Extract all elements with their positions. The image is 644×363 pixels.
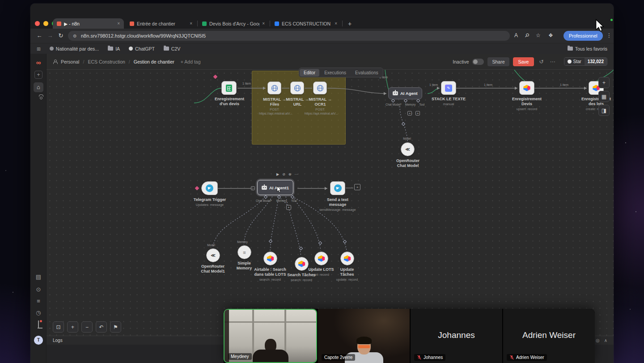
save-button[interactable]: Save [513,57,534,66]
node-ai-agent[interactable]: AI Agent [388,87,422,99]
video-tile-johannes[interactable]: Johannes Johannes [411,309,502,363]
node-mistral-url[interactable] [290,81,304,94]
url-text[interactable]: n8n.srv798012.hstgr.cloud/workflow/99Wrq… [81,33,206,38]
bookmark-star-icon[interactable]: ☆ [536,33,541,38]
github-star-widget[interactable]: Star 132,022 [564,57,608,66]
add-workflow-button[interactable]: + [34,71,42,79]
browser-menu-icon[interactable]: ⋮ [606,33,612,38]
n8n-sidebar: ∞ + ⌂ ▤ ⊙ ≡ ◷ T [30,54,47,363]
extensions-icon[interactable]: ❖ [548,33,553,38]
split-panel-button[interactable]: ◨ [598,105,610,116]
airtable-icon [344,255,351,262]
node-ai-agent1[interactable]: AI Agent1 [257,180,293,195]
close-window-button[interactable] [35,21,40,26]
browser-tab-airtable[interactable]: ECS CONSTRUCTION : Lots - × [271,18,341,29]
node-enregistrement-devis[interactable] [519,81,534,95]
disable-node-icon[interactable]: ⊘ [282,172,285,176]
close-tab-icon[interactable]: × [190,21,192,26]
browser-toolbar: ← → ↻ ⚙ n8n.srv798012.hstgr.cloud/workfl… [30,29,614,43]
browser-tab-n8n[interactable]: ▶ - n8n × [53,18,124,29]
node-airtable-search-lots[interactable] [263,252,277,265]
bookmark-folder-c2v[interactable]: C2V [164,46,180,51]
video-tile-capote-2verre[interactable]: Capote 2verre [318,309,410,363]
add-subnode-button[interactable]: + [407,111,412,115]
minimap-button[interactable]: ▦ [598,91,610,102]
close-tab-icon[interactable]: × [262,21,265,26]
workflow-menu-icon[interactable]: ⋯ [549,59,557,65]
workflow-title[interactable]: Gestion de chantier [134,59,174,64]
node-mistral-ocr1[interactable] [313,81,327,94]
add-subnode-button[interactable]: + [286,205,291,210]
zoom-out-button[interactable]: − [81,321,93,333]
node-update-taches[interactable] [340,252,354,265]
node-openrouter-chat-model1[interactable]: ≪ [206,248,220,262]
video-tile-adrien-weiser[interactable]: Adrien Weiser Adrien Weiser [503,309,595,363]
browser-tab-entree-de-chantier[interactable]: Entrée de chantier × [126,18,196,29]
site-info-icon[interactable]: ⚙ [73,34,77,38]
airtable-icon [523,85,530,91]
notifications-bell-icon[interactable] [30,321,47,327]
tidy-up-button[interactable]: ⚑ [110,321,121,333]
sidebar-item-templates[interactable]: ▤ [30,274,47,280]
apps-grid-icon[interactable]: ⊞ [37,46,41,51]
input-connector[interactable] [251,186,255,190]
close-tab-icon[interactable]: × [335,21,337,26]
node-telegram-trigger[interactable] [201,181,218,195]
add-node-icon[interactable]: ⊕ [288,172,292,176]
undo-button[interactable]: ↶ [96,321,107,333]
minimize-window-button[interactable] [43,21,48,26]
node-enregistrement-dun-devis[interactable] [221,81,237,95]
sidebar-item-overview[interactable]: ⌂ [34,82,43,92]
n8n-logo-icon[interactable]: ∞ [30,59,47,66]
run-node-icon[interactable]: ▶ [276,172,279,176]
video-tile-meydeey[interactable]: Meydeey [224,309,317,363]
bookmark-label: C2V [171,46,180,51]
browser-tab-google-sheets[interactable]: Devis Bois d'Arcy - Google S × [198,18,269,29]
share-button[interactable]: Share [487,57,509,66]
address-bar[interactable]: ⚙ n8n.srv798012.hstgr.cloud/workflow/99W… [68,31,510,41]
add-subnode-button[interactable]: + [415,111,420,115]
all-bookmarks-button[interactable]: Tous les favoris [568,46,607,51]
close-tab-icon[interactable]: × [117,21,120,26]
node-label: Enregistrement d'un devis [211,97,248,107]
active-toggle[interactable] [472,59,484,65]
sidebar-item-insights[interactable]: ≡ [30,298,47,304]
breadcrumb-personal[interactable]: Personal [61,59,79,64]
node-search-taches[interactable] [295,257,309,271]
breadcrumb-project[interactable]: ECS Construction [88,59,125,64]
reload-icon[interactable]: ↻ [56,32,65,39]
tab-executions[interactable]: Executions [320,69,350,77]
node-more-icon[interactable]: ⋯ [295,172,298,176]
logs-pin-icon[interactable]: ◎ [596,338,600,343]
canvas-add-button[interactable]: + [598,77,610,88]
sidebar-item-variables[interactable]: ⊙ [30,286,47,292]
add-tag-button[interactable]: + Add tag [181,59,201,64]
fit-view-button[interactable]: ⊡ [53,321,64,333]
new-tab-button[interactable]: + [345,20,354,29]
workflow-canvas[interactable]: 1 item 1 item 1 item 1 item 1 item Enreg… [47,70,614,336]
node-simple-memory[interactable]: ≡ [237,245,251,259]
translate-icon[interactable]: A [514,33,518,38]
tab-evaluations[interactable]: Evaluations [351,69,382,77]
bookmark-folder-ia[interactable]: IA [108,46,120,51]
history-icon[interactable]: ↺ [538,59,545,65]
bookmark-item-chatgpt[interactable]: ChatGPT [129,46,155,51]
node-update-lots[interactable] [314,252,328,265]
node-stack-le-texte[interactable]: ✎ [441,81,456,95]
inactive-label: Inactive [453,59,469,64]
bookmark-item[interactable]: Nationalité par des... [50,46,99,51]
add-node-placeholder[interactable]: + [354,184,360,190]
node-send-a-text-message[interactable] [330,181,345,195]
logs-collapse-icon[interactable]: ∧ [604,338,607,343]
search-icon[interactable]: ⚲ [524,32,530,39]
node-context-toolbar[interactable]: ▶ ⊘ ⊕ ⋯ [276,172,298,176]
user-avatar[interactable]: T [34,336,43,345]
node-openrouter-chat-model[interactable]: ≪ [401,142,415,156]
sidebar-item-executions[interactable]: ◷ [30,310,47,316]
forward-icon[interactable]: → [46,32,55,39]
zoom-in-button[interactable]: + [67,321,78,333]
participant-name-label: Meydeey [228,353,252,360]
back-icon[interactable]: ← [35,32,44,39]
node-mistral-files[interactable] [267,81,281,94]
tab-editor[interactable]: Editor [300,69,319,77]
